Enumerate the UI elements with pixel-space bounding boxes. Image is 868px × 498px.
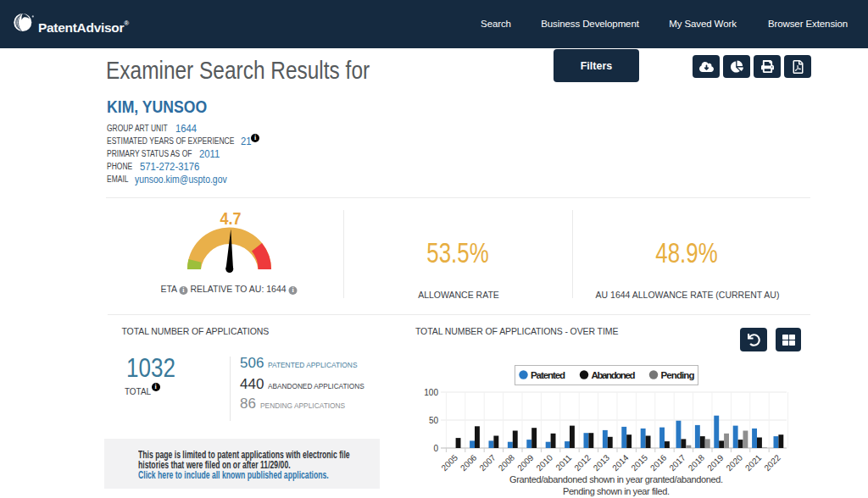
svg-text:2017: 2017 (667, 452, 687, 473)
svg-text:2016: 2016 (648, 452, 669, 473)
svg-text:Abandoned: Abandoned (592, 370, 636, 380)
svg-text:2021: 2021 (743, 452, 764, 473)
svg-text:2020: 2020 (725, 452, 745, 473)
svg-text:2019: 2019 (705, 452, 726, 473)
svg-text:2011: 2011 (554, 452, 573, 472)
svg-text:100: 100 (424, 388, 438, 397)
svg-text:2010: 2010 (535, 452, 555, 473)
svg-text:2009: 2009 (515, 452, 536, 473)
svg-text:2013: 2013 (592, 452, 612, 473)
svg-text:2008: 2008 (497, 452, 517, 473)
svg-text:2015: 2015 (630, 452, 650, 473)
svg-text:2012: 2012 (572, 452, 593, 473)
svg-text:2006: 2006 (459, 452, 479, 473)
svg-text:0: 0 (433, 444, 438, 453)
svg-text:50: 50 (429, 416, 439, 425)
svg-text:Pending shown in year filed.: Pending shown in year filed. (563, 486, 670, 496)
svg-text:Granted/abandoned shown in yea: Granted/abandoned shown in year granted/… (509, 474, 723, 484)
svg-text:2018: 2018 (687, 452, 707, 473)
svg-text:Patented: Patented (531, 370, 565, 380)
svg-text:Pending: Pending (661, 370, 695, 380)
svg-text:2007: 2007 (477, 452, 498, 473)
svg-text:2014: 2014 (610, 452, 631, 473)
svg-text:2022: 2022 (762, 452, 782, 473)
svg-text:2005: 2005 (440, 452, 460, 473)
